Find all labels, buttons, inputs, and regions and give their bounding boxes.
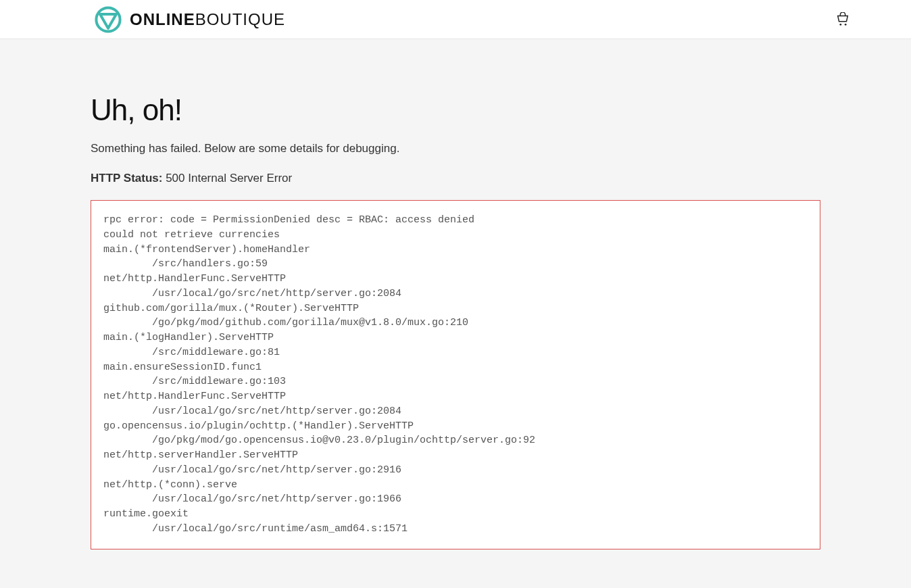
cart-icon <box>835 12 850 27</box>
logo-text: ONLINEBOUTIQUE <box>130 10 285 29</box>
logo-icon <box>95 6 122 33</box>
main-content-area: Uh, oh! Something has failed. Below are … <box>0 39 911 588</box>
http-status-label: HTTP Status: <box>91 172 162 185</box>
error-title: Uh, oh! <box>91 93 820 127</box>
cart-button[interactable] <box>835 12 850 27</box>
logo-text-bold: ONLINE <box>130 10 195 28</box>
svg-point-3 <box>845 23 847 25</box>
stack-trace-text: rpc error: code = PermissionDenied desc … <box>103 213 808 537</box>
logo-text-light: BOUTIQUE <box>195 10 285 28</box>
svg-marker-1 <box>100 14 116 28</box>
http-status-line: HTTP Status: 500 Internal Server Error <box>91 172 820 185</box>
page-header: ONLINEBOUTIQUE <box>0 0 911 39</box>
error-container: Uh, oh! Something has failed. Below are … <box>91 93 820 549</box>
logo-link[interactable]: ONLINEBOUTIQUE <box>95 6 285 33</box>
http-status-value: 500 Internal Server Error <box>166 172 292 185</box>
stack-trace-box: rpc error: code = PermissionDenied desc … <box>91 200 820 549</box>
svg-point-2 <box>839 23 841 25</box>
error-subtitle: Something has failed. Below are some det… <box>91 142 820 155</box>
